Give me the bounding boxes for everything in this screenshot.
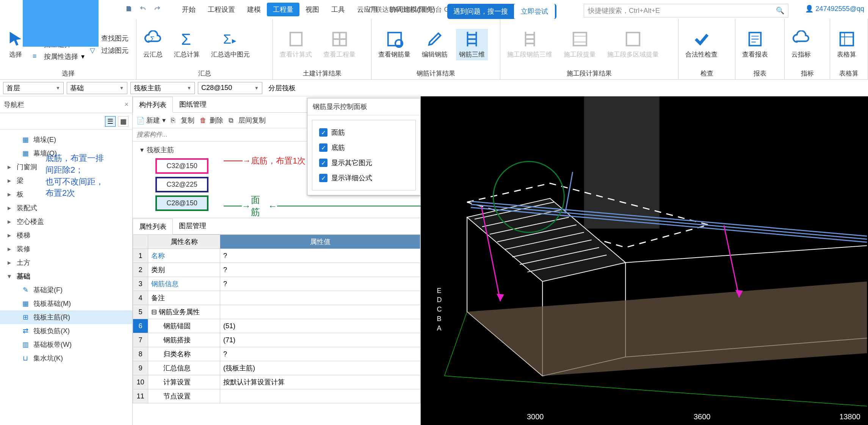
dimension-label: 3000 xyxy=(527,412,544,421)
help-pill[interactable]: 遇到问题，搜一搜 立即尝试 xyxy=(447,4,556,19)
view-report-button[interactable]: 查看报表 xyxy=(739,29,771,60)
rebar-3d-button[interactable]: 钢筋三维 xyxy=(456,29,488,60)
table-row: 5⊟ 钢筋业务属性 xyxy=(133,305,420,319)
nav-sub-sump[interactable]: ⊔集水坑(K) xyxy=(0,351,132,365)
tab-start[interactable]: 开始 xyxy=(176,3,202,16)
nav-sub-foundbeam[interactable]: ✎基础梁(F) xyxy=(0,283,132,297)
tab-tools[interactable]: 工具 xyxy=(325,3,351,16)
tab-quantity[interactable]: 工程量 xyxy=(267,3,299,16)
svg-marker-36 xyxy=(735,290,743,298)
table-row: 10计算设置按默认计算设置计算 xyxy=(133,375,420,389)
tab-project-settings[interactable]: 工程设置 xyxy=(202,3,241,16)
grid-icon: ▦ xyxy=(21,149,30,157)
nav-tree: ▦墙垛(E) ▦幕墙(Q) ▸门窗洞 ▸梁 ▸板 ▸装配式 ▸空心楼盖 ▸楼梯 … xyxy=(0,130,132,425)
tab-property-list[interactable]: 属性列表 xyxy=(133,219,173,235)
doc-icon xyxy=(287,30,305,48)
svg-text:Σ: Σ xyxy=(223,31,231,46)
help-text: 遇到问题，搜一搜 xyxy=(447,7,514,16)
tab-drawing-mgmt[interactable]: 图纸管理 xyxy=(173,96,213,112)
plus-icon: ⊞ xyxy=(21,313,30,321)
tab-layer-mgmt[interactable]: 图层管理 xyxy=(173,218,212,234)
svg-line-33 xyxy=(481,206,500,301)
tree-item-c32-225[interactable]: C32@225 xyxy=(155,177,208,192)
chk-detail-formula[interactable]: ✓显示详细公式 xyxy=(318,170,410,186)
pencil-icon xyxy=(426,30,443,48)
table-calc-button[interactable]: 表格算 xyxy=(834,29,859,60)
layers-icon: ⧉ xyxy=(229,116,236,124)
main-area: 导航栏 × ☰ ▦ ▦墙垛(E) ▦幕墙(Q) ▸门窗洞 ▸梁 ▸板 ▸装配式 … xyxy=(0,96,868,425)
nav-cat-stair[interactable]: ▸楼梯 xyxy=(0,228,132,242)
layer-copy-button[interactable]: ⧉层间复制 xyxy=(229,116,266,125)
list-view-icon[interactable]: ☰ xyxy=(105,116,116,127)
viewport-3d[interactable]: E D C B A 3000 3600 13800 xyxy=(421,96,868,425)
chk-other-elements[interactable]: ✓显示其它图元 xyxy=(318,155,410,170)
topbar: 开始 工程设置 建模 工程量 视图 工具 云应用 协同建模(限免) 施工算量 广… xyxy=(0,0,868,19)
group-label: 表格算 xyxy=(834,68,864,78)
group-label: 报表 xyxy=(739,68,780,78)
layer-selector[interactable]: 分层筏板 xyxy=(265,82,307,94)
nav-sub-stripfound[interactable]: ▥基础板带(W) xyxy=(0,338,132,351)
group-label: 施工段计算结果 xyxy=(504,68,674,78)
cloud-indicator-button[interactable]: 云指标 xyxy=(788,29,814,60)
grid-icon xyxy=(331,30,348,48)
quick-search[interactable]: 快捷键搜索，Ctrl+Alt+E 🔍 xyxy=(584,4,788,17)
nav-sub-raftrebar[interactable]: ⊞筏板主筋(R) xyxy=(0,310,132,324)
svg-rect-9 xyxy=(627,32,640,46)
tree-item-c32-150[interactable]: C32@150 xyxy=(155,158,208,174)
delete-button[interactable]: 🗑删除 xyxy=(200,116,223,125)
annotation-blue: 底筋，布置一排 间距除2； 也可不改间距， 布置2次 xyxy=(45,153,129,199)
group-label: 指标 xyxy=(788,68,826,78)
sigma-arrow-icon: Σ xyxy=(222,30,239,48)
stage-rebar-3d-button: 施工段钢筋三维 xyxy=(504,29,555,60)
selector-bar: 首层▼ 基础▼ 筏板主筋▼ C28@150▼ 分层筏板 xyxy=(0,80,868,96)
nav-cat-prefab[interactable]: ▸装配式 xyxy=(0,201,132,215)
ribbon-group-civil-result: 查看计算式 查看工程量 土建计算结果 xyxy=(273,19,371,79)
table-row: 9汇总信息(筏板主筋) xyxy=(133,361,420,375)
cup-icon: ⊔ xyxy=(21,354,30,362)
svg-line-26 xyxy=(444,376,867,406)
nav-cat-foundation[interactable]: ▾基础 xyxy=(0,269,132,283)
undo-icon[interactable] xyxy=(139,5,146,14)
arrows-icon: ⇄ xyxy=(21,327,30,335)
tab-view[interactable]: 视图 xyxy=(299,3,325,16)
view-quantity-button: 查看工程量 xyxy=(320,29,359,60)
tab-component-list[interactable]: 构件列表 xyxy=(133,97,173,113)
help-try-button[interactable]: 立即尝试 xyxy=(514,4,555,19)
search-icon[interactable]: 🔍 xyxy=(776,6,784,15)
edit-rebar-button[interactable]: 编辑钢筋 xyxy=(419,29,451,60)
nav-cat-finish[interactable]: ▸装修 xyxy=(0,242,132,256)
tab-model[interactable]: 建模 xyxy=(241,3,267,16)
property-grid[interactable]: 属性名称属性值 1名称? 2类别? 3钢筋信息? 4备注 5⊟ 钢筋业务属性 6… xyxy=(133,235,420,425)
group-label: 土建计算结果 xyxy=(277,68,367,78)
tree-item-c28-150[interactable]: C28@150 xyxy=(155,195,208,211)
hatch-icon xyxy=(571,30,589,48)
sum-selected-button[interactable]: Σ汇总选中图元 xyxy=(208,29,253,60)
chk-bottom-rebar[interactable]: ✓底筋 xyxy=(318,140,410,155)
ladder-icon xyxy=(521,30,539,48)
user-account[interactable]: 👤 247492555@qq xyxy=(805,5,864,13)
nav-item-wallduo[interactable]: ▦墙垛(E) xyxy=(0,133,132,146)
chk-top-rebar[interactable]: ✓面筋 xyxy=(318,125,410,140)
component-selector[interactable]: 筏板主筋▼ xyxy=(130,82,195,94)
redo-icon[interactable] xyxy=(154,5,161,14)
svg-rect-4 xyxy=(290,32,302,46)
spec-selector[interactable]: C28@150▼ xyxy=(198,82,262,94)
svg-text:Σ: Σ xyxy=(181,30,191,48)
rebar-qty-button[interactable]: 查看钢筋量 xyxy=(375,29,414,60)
copy-button[interactable]: ⎘复制 xyxy=(171,116,194,125)
category-selector[interactable]: 基础▼ xyxy=(67,82,127,94)
nav-sub-raftneg[interactable]: ⇄筏板负筋(X) xyxy=(0,324,132,338)
save-icon[interactable] xyxy=(125,5,132,14)
svg-marker-34 xyxy=(497,294,504,301)
new-button[interactable]: 📄新建▾ xyxy=(136,116,166,125)
sum-calc-button[interactable]: Σ汇总计算 xyxy=(171,29,203,60)
nav-sub-raft[interactable]: ▦筏板基础(M) xyxy=(0,297,132,310)
nav-cat-earth[interactable]: ▸土方 xyxy=(0,256,132,269)
close-icon[interactable]: × xyxy=(124,101,128,109)
property-panel: 属性列表 图层管理 属性名称属性值 1名称? 2类别? 3钢筋信息? 4备注 5… xyxy=(133,218,420,425)
nav-cat-hollow[interactable]: ▸空心楼盖 xyxy=(0,215,132,228)
floor-selector[interactable]: 首层▼ xyxy=(3,82,64,94)
legality-check-button[interactable]: 合法性检查 xyxy=(682,29,721,60)
hatch2-icon xyxy=(624,30,642,48)
thumb-view-icon[interactable]: ▦ xyxy=(118,116,128,127)
